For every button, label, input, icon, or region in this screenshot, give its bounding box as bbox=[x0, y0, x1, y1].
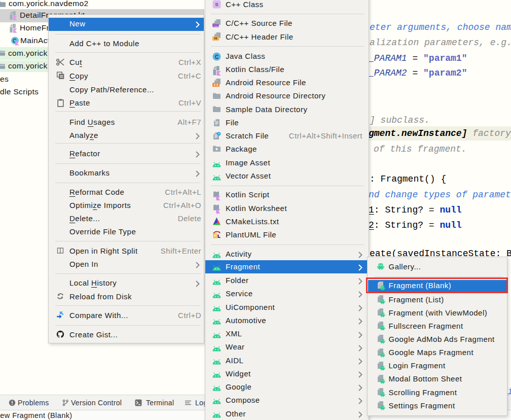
svg-text:S: S bbox=[215, 2, 218, 7]
svg-text:C++: C++ bbox=[212, 23, 218, 27]
svg-text:H: H bbox=[214, 37, 217, 41]
svg-text:C: C bbox=[215, 54, 218, 59]
